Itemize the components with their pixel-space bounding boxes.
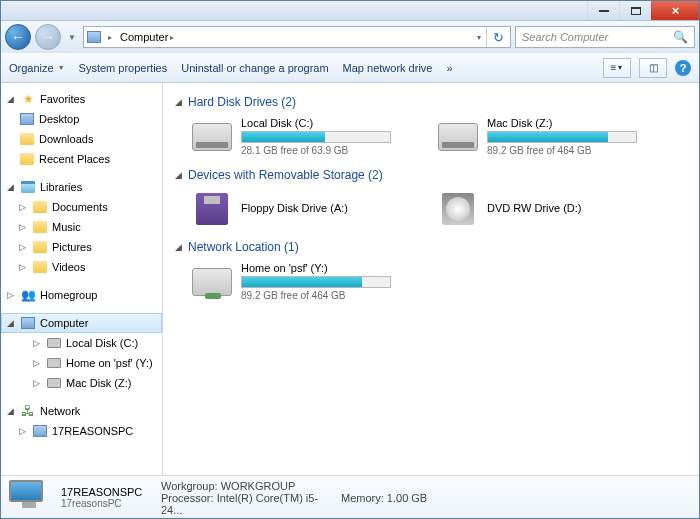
- libraries-group[interactable]: ◢Libraries: [1, 177, 162, 197]
- maximize-button[interactable]: [619, 1, 651, 20]
- homegroup-group[interactable]: ▷👥Homegroup: [1, 285, 162, 305]
- drive-local-disk-c[interactable]: Local Disk (C:) 28.1 GB free of 63.9 GB: [191, 117, 421, 156]
- computer-large-icon: [9, 480, 51, 516]
- drive-home-psf-y[interactable]: Home on 'psf' (Y:) 89.2 GB free of 464 G…: [191, 262, 421, 301]
- drive-floppy-a[interactable]: Floppy Disk Drive (A:): [191, 190, 421, 228]
- minimize-button[interactable]: [587, 1, 619, 20]
- forward-button[interactable]: →: [35, 24, 61, 50]
- libraries-icon: [20, 179, 36, 195]
- section-removable-storage[interactable]: ◢Devices with Removable Storage (2): [175, 168, 687, 182]
- music-icon: [32, 219, 48, 235]
- drive-dvd-d[interactable]: DVD RW Drive (D:): [437, 190, 667, 228]
- space-bar: [241, 276, 391, 288]
- view-options-button[interactable]: ≡ ▼: [603, 58, 631, 78]
- back-button[interactable]: ←: [5, 24, 31, 50]
- details-processor: Processor: Intel(R) Core(TM) i5-24...: [161, 492, 331, 516]
- nav-bar: ← → ▼ ▸ Computer▸ ▾ ↻ Search Computer🔍: [1, 21, 699, 53]
- refresh-button[interactable]: ↻: [486, 27, 510, 47]
- homegroup-icon: 👥: [20, 287, 36, 303]
- breadcrumb-root[interactable]: ▸: [104, 27, 116, 47]
- sidebar-downloads[interactable]: Downloads: [1, 129, 162, 149]
- sidebar-network-pc[interactable]: ▷17REASONSPC: [1, 421, 162, 441]
- documents-icon: [32, 199, 48, 215]
- videos-icon: [32, 259, 48, 275]
- hdd-icon: [191, 118, 233, 156]
- details-name: 17REASONSPC: [61, 486, 151, 498]
- sidebar-pictures[interactable]: ▷Pictures: [1, 237, 162, 257]
- sidebar-home-psf-y[interactable]: ▷Home on 'psf' (Y:): [1, 353, 162, 373]
- sidebar-local-disk-c[interactable]: ▷Local Disk (C:): [1, 333, 162, 353]
- search-icon: 🔍: [673, 30, 688, 44]
- map-network-drive-button[interactable]: Map network drive: [343, 62, 433, 74]
- details-pane: 17REASONSPC 17reasonsPC Workgroup: WORKG…: [1, 475, 699, 519]
- space-bar: [241, 131, 391, 143]
- computer-icon: [84, 31, 104, 43]
- search-input[interactable]: Search Computer🔍: [515, 26, 695, 48]
- preview-pane-button[interactable]: ◫: [639, 58, 667, 78]
- desktop-icon: [19, 111, 35, 127]
- address-history[interactable]: ▾: [472, 33, 486, 42]
- uninstall-program-button[interactable]: Uninstall or change a program: [181, 62, 328, 74]
- hdd-icon: [437, 118, 479, 156]
- section-network-location[interactable]: ◢Network Location (1): [175, 240, 687, 254]
- history-dropdown[interactable]: ▼: [65, 33, 79, 42]
- pc-icon: [32, 423, 48, 439]
- drive-mac-disk-z[interactable]: Mac Disk (Z:) 89.2 GB free of 464 GB: [437, 117, 667, 156]
- network-group[interactable]: ◢🖧Network: [1, 401, 162, 421]
- details-memory: Memory: 1.00 GB: [341, 492, 427, 504]
- sidebar-music[interactable]: ▷Music: [1, 217, 162, 237]
- details-domain: 17reasonsPC: [61, 498, 151, 509]
- content-pane: ◢Hard Disk Drives (2) Local Disk (C:) 28…: [163, 83, 699, 475]
- section-hard-disk-drives[interactable]: ◢Hard Disk Drives (2): [175, 95, 687, 109]
- sidebar-mac-disk-z[interactable]: ▷Mac Disk (Z:): [1, 373, 162, 393]
- recent-icon: [19, 151, 35, 167]
- address-bar[interactable]: ▸ Computer▸ ▾ ↻: [83, 26, 511, 48]
- network-icon: 🖧: [20, 403, 36, 419]
- star-icon: ★: [20, 91, 36, 107]
- sidebar-desktop[interactable]: Desktop: [1, 109, 162, 129]
- dvd-icon: [437, 190, 479, 228]
- organize-menu[interactable]: Organize▼: [9, 62, 65, 74]
- close-button[interactable]: ×: [651, 1, 699, 20]
- command-bar: Organize▼ System properties Uninstall or…: [1, 53, 699, 83]
- netdrive-icon: [191, 263, 233, 301]
- pictures-icon: [32, 239, 48, 255]
- space-bar: [487, 131, 637, 143]
- floppy-icon: [191, 190, 233, 228]
- drive-icon: [46, 375, 62, 391]
- sidebar-documents[interactable]: ▷Documents: [1, 197, 162, 217]
- sidebar-recent-places[interactable]: Recent Places: [1, 149, 162, 169]
- navigation-pane: ◢★Favorites Desktop Downloads Recent Pla…: [1, 83, 163, 475]
- help-button[interactable]: ?: [675, 60, 691, 76]
- details-workgroup: Workgroup: WORKGROUP: [161, 480, 331, 492]
- netdrive-icon: [46, 355, 62, 371]
- window-titlebar: ×: [1, 1, 699, 21]
- folder-icon: [19, 131, 35, 147]
- computer-icon: [20, 315, 36, 331]
- sidebar-videos[interactable]: ▷Videos: [1, 257, 162, 277]
- system-properties-button[interactable]: System properties: [79, 62, 168, 74]
- favorites-group[interactable]: ◢★Favorites: [1, 89, 162, 109]
- drive-icon: [46, 335, 62, 351]
- breadcrumb-computer[interactable]: Computer▸: [116, 27, 178, 47]
- more-commands[interactable]: »: [446, 62, 452, 74]
- sidebar-computer[interactable]: ◢Computer: [1, 313, 162, 333]
